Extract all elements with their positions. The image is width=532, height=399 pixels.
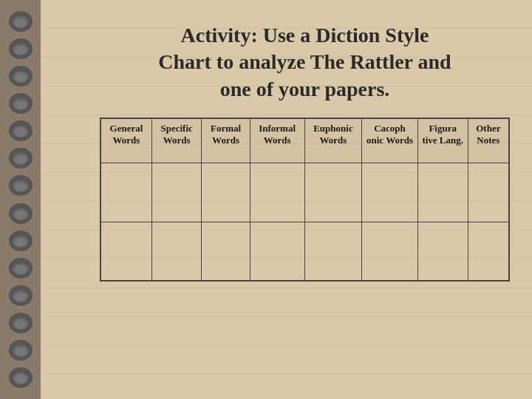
cell-2-8 [468,222,509,281]
table-row [100,222,509,281]
col-other-notes: Other Notes [468,118,509,163]
col-formal-words: Formal Words [202,118,250,163]
cell-1-8 [468,163,509,222]
cell-1-2 [151,163,201,222]
cell-1-3 [202,163,250,222]
spiral-ring [9,66,33,86]
table-header-row: General Words Specific Words Formal Word… [100,118,509,163]
spiral-ring [9,38,33,59]
spiral-ring [9,175,33,196]
spiral-ring [9,367,33,388]
cell-2-7 [417,222,468,281]
cell-1-6 [362,163,417,222]
spiral-ring [9,11,33,32]
col-general-words: General Words [100,118,151,163]
cell-2-5 [304,222,362,281]
cell-2-6 [362,222,417,281]
spiral-ring [9,258,33,279]
cell-2-3 [202,222,250,281]
col-euphonic-words: Euphonic Words [304,118,362,163]
cell-1-7 [417,163,468,222]
diction-chart: General Words Specific Words Formal Word… [100,117,510,282]
page-content: Activity: Use a Diction Style Chart to a… [81,0,532,399]
cell-2-2 [151,222,201,281]
cell-1-1 [100,163,151,222]
cell-2-4 [250,222,304,281]
cell-1-4 [250,163,304,222]
page-title: Activity: Use a Diction Style Chart to a… [100,22,510,103]
spiral-ring [9,313,33,333]
spiral-ring [9,231,33,251]
notebook-page: Activity: Use a Diction Style Chart to a… [41,0,532,399]
spiral-binding [0,0,41,399]
spiral-ring [9,285,33,306]
cell-1-5 [304,163,362,222]
col-figurative-lang: Figura tive Lang. [417,118,468,163]
table-row [100,163,509,222]
spiral-ring [9,340,33,361]
cell-2-1 [100,222,151,281]
spiral-ring [9,120,33,141]
spiral-ring [9,203,33,224]
col-specific-words: Specific Words [151,118,201,163]
col-cacophonic-words: Cacoph onic Words [362,118,417,163]
spiral-ring [9,148,33,168]
spiral-ring [9,93,33,114]
col-informal-words: Informal Words [250,118,304,163]
